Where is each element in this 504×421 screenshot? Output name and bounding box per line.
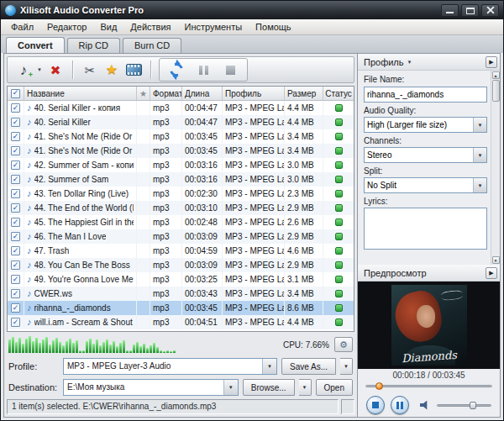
save-as-dropdown-button[interactable]: ▼ bbox=[340, 358, 353, 375]
audio-quality-dropdown-button[interactable]: ▼ bbox=[473, 118, 486, 132]
pause-button[interactable] bbox=[193, 59, 213, 81]
row-rating-cell[interactable] bbox=[137, 215, 150, 229]
row-checkbox[interactable]: ✓ bbox=[11, 189, 20, 198]
convert-button[interactable] bbox=[166, 59, 186, 81]
seek-bar[interactable] bbox=[365, 382, 492, 392]
collapse-preview-panel-button[interactable]: ▶ bbox=[486, 267, 497, 279]
row-checkbox[interactable]: ✓ bbox=[11, 146, 20, 155]
scroll-down-button[interactable]: ▼ bbox=[492, 256, 500, 264]
table-row[interactable]: ✓ ♪ rihanna_-_diamonds mp3 00:03:45 MP3 … bbox=[8, 301, 354, 315]
header-name[interactable]: Название bbox=[24, 87, 137, 100]
seek-handle[interactable] bbox=[375, 382, 383, 390]
table-row[interactable]: ✓ ♪ 47. Trash mp3 00:04:59 MP3 - MPEG La… bbox=[8, 244, 354, 258]
row-checkbox[interactable]: ✓ bbox=[11, 118, 20, 127]
add-files-dropdown-button[interactable]: ▼ bbox=[34, 59, 45, 81]
row-rating-cell[interactable] bbox=[137, 229, 150, 244]
header-profile[interactable]: Профиль bbox=[223, 87, 285, 100]
row-checkbox[interactable]: ✓ bbox=[11, 232, 20, 241]
profile-combobox[interactable]: MP3 - MPEG Layer-3 Audio ▼ bbox=[63, 358, 277, 375]
stop-button[interactable] bbox=[220, 59, 240, 81]
select-all-checkbox[interactable]: ✓ bbox=[11, 89, 20, 98]
effects-button[interactable]: ★ bbox=[102, 59, 122, 81]
volume-handle[interactable] bbox=[470, 402, 476, 409]
row-rating-cell[interactable] bbox=[137, 101, 150, 115]
header-status[interactable]: Статус bbox=[323, 87, 354, 100]
menu-actions[interactable]: Действия bbox=[123, 20, 177, 34]
row-rating-cell[interactable] bbox=[137, 187, 150, 201]
volume-track[interactable] bbox=[437, 404, 491, 407]
table-row[interactable]: ✓ ♪ CWER.ws mp3 00:03:43 MP3 - MPEG Laye… bbox=[8, 287, 354, 301]
table-row[interactable]: ✓ ♪ 41. She's Not Me (Ride Or Die... mp3… bbox=[8, 144, 354, 158]
destination-dropdown-button[interactable]: ▼ bbox=[223, 380, 238, 395]
row-checkbox[interactable]: ✓ bbox=[11, 318, 20, 327]
remove-files-button[interactable]: ✖ bbox=[45, 59, 66, 81]
row-checkbox[interactable]: ✓ bbox=[11, 218, 20, 227]
table-row[interactable]: ✓ ♪ 42. Summer of Sam mp3 00:03:16 MP3 -… bbox=[8, 172, 354, 187]
file-name-input[interactable] bbox=[364, 87, 487, 103]
table-row[interactable]: ✓ ♪ 46. The Man I Love mp3 00:03:09 MP3 … bbox=[8, 229, 354, 244]
minimize-button[interactable] bbox=[441, 4, 459, 17]
row-checkbox[interactable]: ✓ bbox=[11, 275, 20, 284]
row-checkbox[interactable]: ✓ bbox=[11, 246, 20, 255]
tab-convert[interactable]: Convert bbox=[6, 37, 65, 53]
table-row[interactable]: ✓ ♪ 44. The End of the World (Live) mp3 … bbox=[8, 201, 354, 215]
row-rating-cell[interactable] bbox=[137, 129, 150, 144]
preview-stop-button[interactable] bbox=[366, 396, 385, 414]
table-row[interactable]: ✓ ♪ will.i.am - Scream & Shout ft... mp3… bbox=[8, 315, 354, 329]
row-rating-cell[interactable] bbox=[137, 172, 150, 187]
row-checkbox[interactable]: ✓ bbox=[11, 175, 20, 184]
table-row[interactable]: ✓ ♪ 41. She's Not Me (Ride Or Die... mp3… bbox=[8, 129, 354, 144]
row-checkbox[interactable]: ✓ bbox=[11, 132, 20, 141]
profile-dropdown-button[interactable]: ▼ bbox=[262, 359, 276, 374]
table-row[interactable]: ✓ ♪ 40. Serial Killer - копия mp3 00:04:… bbox=[8, 101, 354, 115]
tab-burn-cd[interactable]: Burn CD bbox=[123, 38, 181, 53]
table-row[interactable]: ✓ ♪ 40. Serial Killer mp3 00:04:47 MP3 -… bbox=[8, 115, 354, 129]
row-checkbox[interactable]: ✓ bbox=[11, 203, 20, 213]
open-button[interactable]: Open bbox=[316, 379, 353, 396]
save-as-button[interactable]: Save As... bbox=[281, 358, 336, 375]
row-checkbox[interactable]: ✓ bbox=[11, 260, 20, 270]
row-checkbox[interactable]: ✓ bbox=[11, 289, 20, 298]
close-button[interactable] bbox=[481, 4, 499, 17]
row-checkbox[interactable]: ✓ bbox=[11, 103, 20, 113]
maximize-button[interactable] bbox=[461, 4, 479, 17]
header-format[interactable]: Формат bbox=[150, 87, 182, 100]
row-rating-cell[interactable] bbox=[137, 315, 150, 329]
row-checkbox[interactable]: ✓ bbox=[11, 303, 20, 313]
row-rating-cell[interactable] bbox=[137, 301, 150, 315]
header-rating[interactable]: ★ bbox=[137, 87, 150, 100]
video-clip-button[interactable] bbox=[123, 59, 144, 81]
menu-edit[interactable]: Редактор bbox=[40, 20, 93, 34]
table-row[interactable]: ✓ ♪ 45. The Happiest Girl in the ... mp3… bbox=[8, 215, 354, 229]
browse-dropdown-button[interactable]: ▼ bbox=[299, 379, 312, 396]
header-length[interactable]: Длина bbox=[182, 87, 223, 100]
add-files-button[interactable]: ♪ + bbox=[13, 59, 34, 81]
table-row[interactable]: ✓ ♪ 48. You Can Be The Boss mp3 00:03:09… bbox=[8, 258, 354, 272]
table-row[interactable]: ✓ ♪ 42. Summer of Sam - копия mp3 00:03:… bbox=[8, 158, 354, 172]
row-rating-cell[interactable] bbox=[137, 201, 150, 215]
volume-slider[interactable] bbox=[437, 400, 491, 410]
row-checkbox[interactable]: ✓ bbox=[11, 161, 20, 170]
menu-view[interactable]: Вид bbox=[93, 20, 123, 34]
menu-tools[interactable]: Инструменты bbox=[178, 20, 249, 34]
row-rating-cell[interactable] bbox=[137, 158, 150, 172]
tab-rip-cd[interactable]: Rip CD bbox=[67, 38, 120, 53]
scroll-up-button[interactable]: ▲ bbox=[492, 71, 500, 79]
row-rating-cell[interactable] bbox=[137, 272, 150, 287]
menu-file[interactable]: Файл bbox=[4, 20, 40, 34]
settings-button[interactable]: ⚙ bbox=[334, 337, 353, 352]
collapse-profile-panel-button[interactable]: ▶ bbox=[486, 56, 497, 68]
row-rating-cell[interactable] bbox=[137, 287, 150, 301]
lyrics-textarea[interactable] bbox=[364, 208, 487, 250]
clip-button[interactable]: ✂ bbox=[80, 59, 100, 81]
split-select[interactable]: No Split ▼ bbox=[364, 177, 487, 193]
menu-help[interactable]: Помощь bbox=[249, 20, 298, 34]
panel-scrollbar[interactable]: ▲ ▼ bbox=[491, 71, 500, 265]
row-rating-cell[interactable] bbox=[137, 258, 150, 272]
table-row[interactable]: ✓ ♪ 49. You're Gonna Love Me mp3 00:03:2… bbox=[8, 272, 354, 287]
preview-pause-button[interactable] bbox=[391, 396, 409, 414]
browse-button[interactable]: Browse... bbox=[243, 379, 295, 396]
channels-select[interactable]: Stereo ▼ bbox=[364, 147, 487, 163]
seek-track[interactable] bbox=[365, 385, 492, 387]
channels-dropdown-button[interactable]: ▼ bbox=[473, 148, 486, 162]
